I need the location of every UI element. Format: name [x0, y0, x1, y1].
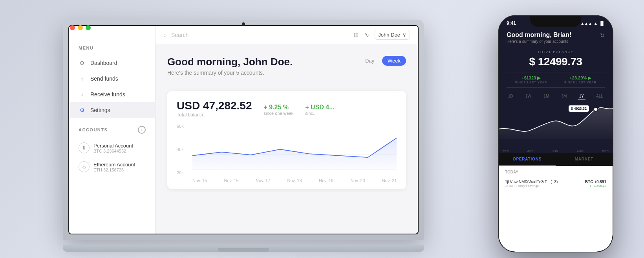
period-tab-1d[interactable]: 1D — [507, 93, 515, 100]
today-label: TODAY — [505, 170, 606, 174]
maximize-button[interactable] — [86, 25, 91, 30]
chart-xaxis: Nov. 15 Nov. 16 Nov. 17 Nov. 18 Nov. 19 … — [192, 178, 397, 183]
phone-tabs: OPERATIONS MARKET — [499, 153, 613, 166]
tx-meta: 14:23 • Family's savings — [505, 184, 558, 188]
dashboard-body: Good morning, John Doe. Here's the summa… — [156, 44, 418, 234]
period-tab-all[interactable]: ALL — [595, 93, 605, 100]
page-title: Good morning, John Doe. — [167, 56, 293, 68]
menu-label: MENU — [69, 46, 155, 55]
list-item[interactable]: 1jLVpwtNMfXWadEe3rE...(+3) 14:23 • Famil… — [505, 177, 606, 190]
bitcoin-icon: ₿ — [79, 142, 90, 153]
user-menu[interactable]: John Doe ∨ — [375, 30, 410, 40]
phone-header: Good morning, Brian! Here's a summary of… — [499, 28, 613, 47]
phone-line-chart — [499, 101, 613, 139]
traffic-lights — [70, 25, 91, 30]
stat-label-2: SINCE LAST YEAR — [556, 81, 605, 84]
laptop: MENU ⊙ Dashboard ↑ Send funds ↓ Receive … — [63, 20, 424, 252]
sidebar-item-receive-funds[interactable]: ↓ Receive funds — [69, 87, 155, 102]
laptop-camera — [242, 22, 245, 26]
chart-area: 60k 40k 20k — [177, 124, 397, 183]
search-icon: ⌕ — [163, 32, 166, 38]
ethereum-icon: ◇ — [79, 161, 90, 172]
phone-stats-row: +$1323 ▶ SINCE LAST YEAR +23.29% ▶ SINCE… — [507, 72, 605, 88]
tab-market[interactable]: MARKET — [556, 153, 613, 166]
phone-operations: TODAY 1jLVpwtNMfXWadEe3rE...(+3) 14:23 •… — [499, 166, 613, 252]
close-button[interactable] — [70, 25, 75, 30]
search-input[interactable]: Search — [171, 32, 349, 38]
arrow-up-icon: ↑ — [79, 75, 86, 82]
tab-week[interactable]: Week — [382, 56, 406, 66]
stat-label-1: SINCE LAST YEAR — [507, 81, 556, 84]
tx-amount: € +1,590.18 — [585, 184, 606, 188]
status-time: 9:41 — [507, 20, 516, 26]
line-chart — [192, 124, 397, 170]
status-icons: ▲▲▲ ▲ ▐▌ — [580, 21, 605, 26]
activity-icon[interactable]: ∿ — [364, 31, 369, 39]
period-tab-1w[interactable]: 1W — [524, 93, 533, 100]
sidebar-item-dashboard[interactable]: ⊙ Dashboard — [69, 55, 155, 71]
phone-stat-1: +$1323 ▶ SINCE LAST YEAR — [507, 72, 556, 87]
balance-amount: $ 12499.73 — [507, 55, 605, 68]
tx-hash: 1jLVpwtNMfXWadEe3rE...(+3) — [505, 180, 558, 184]
period-tab-3m[interactable]: 3M — [560, 93, 569, 100]
tab-day[interactable]: Day — [360, 56, 380, 66]
stat-usd: + USD 4... — [305, 104, 334, 111]
clock-icon: ⊙ — [79, 59, 86, 66]
wifi-icon: ▲ — [594, 21, 598, 26]
tab-operations[interactable]: OPERATIONS — [499, 153, 556, 166]
tx-currency: BTC +0.891 — [585, 180, 606, 184]
phone-period-tabs: 1D 1W 1M 3M 1Y ALL — [499, 90, 613, 101]
chevron-down-icon: ∨ — [402, 32, 406, 38]
sidebar-item-settings[interactable]: ⚙ Settings — [69, 102, 155, 118]
stat-value-2: +23.29% ▶ — [556, 76, 605, 81]
user-name: John Doe — [378, 32, 400, 38]
balance-sub: Total balance — [177, 112, 252, 118]
stat-label2: sinc... — [305, 111, 334, 116]
list-item[interactable]: ◇ Ethereum Account ETH 32.158726 — [79, 157, 146, 176]
list-item[interactable]: ₿ Personal Account BTC 3.23644532 — [79, 138, 146, 157]
phone-chart-xaxis: FEB APR JUN AUG DEC — [499, 149, 613, 153]
period-tab-1m[interactable]: 1M — [542, 93, 551, 100]
refresh-icon[interactable]: ↻ — [600, 32, 605, 39]
sub-greeting: Here's the summary of your 5 accounts. — [167, 70, 293, 76]
arrow-down-icon: ↓ — [79, 91, 86, 98]
account-name: Personal Account — [93, 143, 133, 149]
minimize-button[interactable] — [78, 25, 83, 30]
sidebar: MENU ⊙ Dashboard ↑ Send funds ↓ Receive … — [69, 26, 156, 234]
chart-card: USD 47,282.52 Total balance + 9.25 % sin… — [167, 91, 406, 189]
sidebar-item-send-funds[interactable]: ↑ Send funds — [69, 71, 155, 87]
phone-screen: 9:41 ▲▲▲ ▲ ▐▌ Good morning, Brian! Here'… — [499, 16, 613, 252]
chart-yaxis: 60k 40k 20k — [177, 124, 190, 175]
svg-point-4 — [594, 107, 598, 111]
balance-main: USD 47,282.52 — [177, 100, 252, 112]
account-name: Ethereum Account — [93, 162, 135, 168]
phone-stat-2: +23.29% ▶ SINCE LAST YEAR — [556, 72, 605, 87]
stat-percent: + 9.25 % — [263, 104, 293, 111]
accounts-section: ACCOUNTS + ₿ Personal Account BTC 3.2364… — [69, 126, 155, 176]
topbar: ⌕ Search ⊞ ∿ John Doe ∨ — [156, 26, 418, 44]
phone-chart-area: $ 4923,32 — [499, 101, 613, 149]
phone: 9:41 ▲▲▲ ▲ ▐▌ Good morning, Brian! Here'… — [499, 16, 613, 252]
add-account-button[interactable]: + — [138, 126, 146, 134]
copy-icon[interactable]: ⊞ — [353, 31, 359, 39]
gear-icon: ⚙ — [79, 107, 86, 114]
signal-icon: ▲▲▲ — [580, 21, 592, 26]
account-balance: BTC 3.23644532 — [93, 149, 133, 153]
accounts-label: ACCOUNTS — [79, 127, 108, 132]
chart-tooltip: $ 4923,32 — [569, 105, 589, 112]
phone-subgreeting: Here's a summary of your accounts — [507, 39, 571, 44]
phone-notch — [530, 16, 581, 27]
phone-balance-section: TOTAL BALANCE $ 12499.73 — [499, 47, 613, 70]
period-tab-1y[interactable]: 1Y — [578, 93, 585, 100]
account-balance: ETH 32.158726 — [93, 168, 135, 172]
phone-greeting: Good morning, Brian! — [507, 31, 571, 39]
battery-icon: ▐▌ — [599, 21, 605, 26]
stat-label: since one week — [263, 111, 293, 116]
balance-label: TOTAL BALANCE — [507, 50, 605, 54]
stat-value-1: +$1323 ▶ — [507, 76, 556, 81]
main-content: ⌕ Search ⊞ ∿ John Doe ∨ — [156, 26, 418, 234]
